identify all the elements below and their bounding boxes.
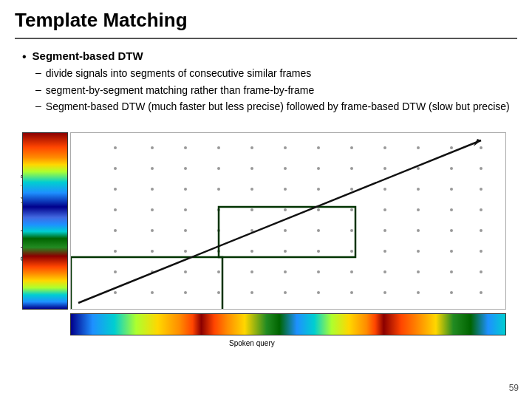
svg-point-15: [217, 167, 220, 170]
svg-point-32: [383, 188, 386, 191]
segment-box-2: [219, 207, 355, 257]
svg-point-29: [284, 188, 287, 191]
x-axis-label: Spoken query: [229, 339, 275, 347]
svg-point-74: [184, 270, 187, 273]
svg-point-36: [114, 208, 117, 211]
sub-text-1: divide signals into segments of consecut…: [46, 66, 312, 81]
svg-point-42: [317, 208, 320, 211]
svg-point-0: [114, 146, 117, 149]
sub-items: – divide signals into segments of consec…: [35, 66, 517, 115]
svg-point-62: [184, 250, 187, 253]
svg-point-7: [350, 146, 353, 149]
dash-3: –: [35, 100, 41, 112]
page-title: Template Matching: [15, 9, 517, 39]
svg-point-72: [114, 270, 117, 273]
svg-point-44: [383, 208, 386, 211]
sub-item-3: – Segment-based DTW (much faster but les…: [35, 100, 517, 115]
bullet-dot: •: [22, 50, 27, 64]
svg-point-95: [480, 291, 482, 294]
svg-point-56: [383, 229, 386, 232]
svg-point-89: [284, 291, 287, 294]
svg-point-34: [450, 188, 453, 191]
svg-point-9: [417, 146, 420, 149]
svg-point-90: [317, 291, 320, 294]
svg-point-67: [350, 250, 353, 253]
svg-point-84: [114, 291, 117, 294]
svg-point-81: [417, 270, 420, 273]
dtw-main-path: [78, 140, 481, 303]
svg-point-87: [217, 291, 220, 294]
svg-point-14: [184, 167, 187, 170]
svg-point-28: [250, 188, 253, 191]
svg-point-25: [151, 188, 154, 191]
svg-point-57: [417, 229, 420, 232]
svg-point-76: [250, 270, 253, 273]
svg-point-70: [450, 250, 453, 253]
svg-point-61: [151, 250, 154, 253]
svg-point-31: [350, 188, 353, 191]
sub-text-2: segment-by-segment matching rather than …: [46, 83, 314, 98]
svg-point-18: [317, 167, 320, 170]
svg-point-65: [284, 250, 287, 253]
svg-point-26: [184, 188, 187, 191]
sub-item-2: – segment-by-segment matching rather tha…: [35, 83, 517, 98]
svg-point-92: [383, 291, 386, 294]
page-number: 59: [509, 383, 519, 393]
svg-point-37: [151, 208, 154, 211]
svg-point-10: [450, 146, 453, 149]
svg-point-54: [317, 229, 320, 232]
svg-point-68: [383, 250, 386, 253]
sub-item-1: – divide signals into segments of consec…: [35, 66, 517, 81]
bullet-section: • Segment-based DTW – divide signals int…: [22, 50, 517, 115]
svg-point-38: [184, 208, 187, 211]
svg-point-80: [383, 270, 386, 273]
svg-point-35: [480, 188, 482, 191]
svg-point-49: [151, 229, 154, 232]
svg-point-13: [151, 167, 154, 170]
svg-point-88: [250, 291, 253, 294]
svg-point-43: [350, 208, 353, 211]
spectrogram-bottom: [70, 313, 506, 335]
segment-box-1: [71, 257, 222, 309]
svg-point-53: [284, 229, 287, 232]
svg-point-85: [151, 291, 154, 294]
svg-point-24: [114, 188, 117, 191]
svg-point-2: [184, 146, 187, 149]
svg-point-20: [383, 167, 386, 170]
svg-point-3: [217, 146, 220, 149]
svg-point-21: [417, 167, 420, 170]
svg-point-19: [350, 167, 353, 170]
grid-dots: [114, 146, 482, 294]
svg-point-48: [114, 229, 117, 232]
main-bullet: • Segment-based DTW: [22, 50, 517, 64]
svg-point-83: [480, 270, 482, 273]
svg-point-33: [417, 188, 420, 191]
svg-point-30: [317, 188, 320, 191]
svg-point-8: [383, 146, 386, 149]
svg-point-22: [450, 167, 453, 170]
svg-point-59: [480, 229, 482, 232]
svg-point-69: [417, 250, 420, 253]
svg-point-86: [184, 291, 187, 294]
dash-1: –: [35, 66, 41, 78]
diagram-area: Spoken document (period) // Generate dot…: [22, 125, 510, 347]
svg-point-77: [284, 270, 287, 273]
svg-point-50: [184, 229, 187, 232]
svg-point-47: [480, 208, 482, 211]
svg-point-23: [480, 167, 482, 170]
svg-point-16: [250, 167, 253, 170]
svg-point-94: [450, 291, 453, 294]
svg-point-55: [350, 229, 353, 232]
svg-point-66: [317, 250, 320, 253]
svg-point-5: [284, 146, 287, 149]
sub-text-3: Segment-based DTW (much faster but less …: [46, 100, 510, 115]
spectrogram-left: [22, 132, 68, 310]
svg-point-6: [317, 146, 320, 149]
bullet-main-text: Segment-based DTW: [33, 50, 143, 62]
svg-point-82: [450, 270, 453, 273]
svg-point-1: [151, 146, 154, 149]
svg-point-45: [417, 208, 420, 211]
svg-point-78: [317, 270, 320, 273]
svg-point-46: [450, 208, 453, 211]
grid-area: // Generate dots in SVG - handled inline: [70, 132, 506, 310]
